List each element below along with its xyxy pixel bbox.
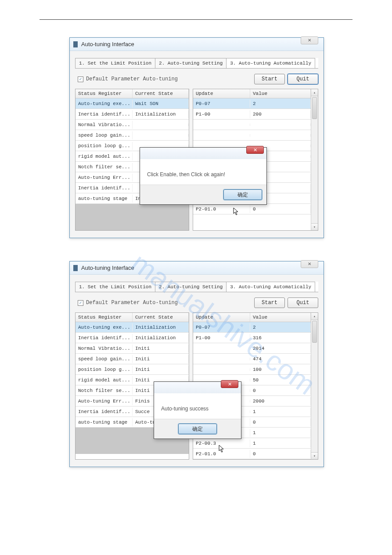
scroll-up-icon[interactable]: ▴ bbox=[311, 313, 318, 320]
checkbox-box[interactable]: ✓ bbox=[78, 300, 83, 306]
default-param-checkbox[interactable]: ✓ Default Parameter Auto-tuning bbox=[78, 76, 178, 82]
row-cell: rigid model aut... bbox=[76, 376, 133, 384]
window-title: Auto-tuning Interface bbox=[81, 265, 320, 271]
row-cell: Auto-tuning exe... bbox=[76, 100, 133, 108]
dialog-close-icon[interactable]: ✕ bbox=[246, 146, 264, 154]
quit-button[interactable]: Quit bbox=[288, 74, 318, 84]
scroll-thumb[interactable] bbox=[312, 321, 317, 343]
row-cell: P1-00 bbox=[193, 110, 250, 118]
scroll-up-icon[interactable]: ▴ bbox=[311, 89, 318, 96]
cursor-icon bbox=[233, 207, 239, 215]
row-cell: Auto-tuning Err... bbox=[76, 174, 133, 181]
start-button[interactable]: Start bbox=[254, 74, 285, 84]
table-row[interactable]: P0-072 bbox=[193, 98, 318, 109]
close-button[interactable]: ✕ bbox=[301, 260, 318, 268]
table-row[interactable]: Inertia identif...Initialization bbox=[76, 333, 189, 343]
state-col-header: Current State bbox=[133, 313, 189, 322]
row-cell: Wait SON bbox=[133, 100, 189, 108]
tab-auto-tuning-setting[interactable]: 2. Auto-tuning Setting bbox=[155, 58, 227, 68]
update-col-header: Update bbox=[193, 89, 250, 98]
row-cell: 200 bbox=[250, 110, 311, 118]
top-row: ✓ Default Parameter Auto-tuning Start Qu… bbox=[75, 74, 318, 84]
row-cell: rigid model aut... bbox=[76, 152, 133, 160]
app-icon bbox=[73, 265, 78, 271]
table-row[interactable]: Normal Vibratio...Initi bbox=[76, 343, 189, 354]
grid-filler bbox=[76, 204, 189, 230]
tab-auto-tuning-auto[interactable]: 3. Auto-tuning Automatically bbox=[226, 58, 315, 68]
row-cell: Notch filter se... bbox=[76, 387, 133, 395]
tab-auto-tuning-auto[interactable]: 3. Auto-tuning Automatically bbox=[226, 282, 315, 292]
quit-button[interactable]: Quit bbox=[288, 297, 318, 308]
row-cell bbox=[250, 123, 311, 126]
row-cell: Normal Vibratio... bbox=[76, 345, 133, 352]
page-divider bbox=[40, 19, 352, 20]
message-dialog-2: ✕ Auto-tuning success 确定 bbox=[154, 381, 241, 439]
dialog-title-bar[interactable]: ✕ bbox=[154, 382, 241, 393]
table-row[interactable]: Auto-tuning exe...Wait SON bbox=[76, 98, 189, 109]
row-cell: 1 bbox=[250, 408, 311, 416]
status-grid-header: Status Register Current State bbox=[76, 89, 189, 98]
window-title: Auto-tuning Interface bbox=[81, 41, 320, 47]
table-row[interactable] bbox=[193, 130, 318, 141]
table-row[interactable]: position loop g...Initi bbox=[76, 364, 189, 375]
scroll-thumb[interactable] bbox=[312, 97, 317, 119]
title-bar: Auto-tuning Interface bbox=[70, 38, 324, 51]
dialog-title-bar[interactable]: ✕ bbox=[140, 148, 266, 159]
table-row[interactable]: speed loop gain...Initi bbox=[76, 354, 189, 364]
row-cell bbox=[193, 145, 250, 147]
row-cell bbox=[193, 368, 250, 371]
table-row[interactable]: P2-01.00 bbox=[193, 449, 318, 459]
checkbox-box[interactable]: ✓ bbox=[78, 76, 83, 82]
row-cell bbox=[133, 123, 189, 126]
table-row[interactable]: P2-01.00 bbox=[193, 204, 318, 214]
table-row[interactable]: Auto-tuning exe...Initialization bbox=[76, 322, 189, 333]
dialog-ok-button[interactable]: 确定 bbox=[178, 424, 217, 434]
checkbox-label: Default Parameter Auto-tuning bbox=[86, 76, 178, 82]
row-cell: auto-tuning stage bbox=[76, 195, 133, 203]
row-cell: Inertia identif... bbox=[76, 334, 133, 342]
tab-strip: 1. Set the Limit Position 2. Auto-tuning… bbox=[75, 58, 318, 69]
row-cell: speed loop gain... bbox=[76, 355, 133, 363]
row-cell bbox=[133, 145, 189, 147]
row-cell: Auto-tuning Err... bbox=[76, 397, 133, 405]
table-row[interactable]: speed loop gain... bbox=[76, 130, 189, 141]
row-cell bbox=[133, 134, 189, 137]
row-cell: position loop g... bbox=[76, 142, 133, 150]
scrollbar[interactable]: ▴ ▾ bbox=[311, 89, 318, 230]
row-cell: Normal Vibratio... bbox=[76, 121, 133, 129]
status-col-header: Status Register bbox=[76, 313, 133, 322]
state-col-header: Current State bbox=[133, 89, 189, 98]
row-cell: 0 bbox=[250, 205, 311, 213]
row-cell: Auto-tuning exe... bbox=[76, 323, 133, 331]
row-cell bbox=[250, 134, 311, 137]
message-dialog-1: ✕ Click Enable, then Click ok again! 确定 bbox=[140, 147, 267, 205]
table-row[interactable]: Inertia identif...Initialization bbox=[76, 109, 189, 120]
tab-limit-position[interactable]: 1. Set the Limit Position bbox=[75, 58, 155, 68]
start-button[interactable]: Start bbox=[254, 297, 285, 308]
scroll-down-icon[interactable]: ▾ bbox=[311, 223, 318, 230]
row-cell: Inertia identif... bbox=[76, 408, 133, 416]
table-row[interactable]: Normal Vibratio... bbox=[76, 120, 189, 130]
row-cell: P2-01.0 bbox=[193, 205, 250, 213]
table-row[interactable] bbox=[193, 120, 318, 130]
table-row[interactable]: P1-00200 bbox=[193, 109, 318, 120]
content-area: 1. Set the Limit Position 2. Auto-tuning… bbox=[70, 51, 324, 238]
row-cell: Notch filter se... bbox=[76, 163, 133, 171]
default-param-checkbox[interactable]: ✓ Default Parameter Auto-tuning bbox=[78, 300, 178, 306]
row-cell: 1 bbox=[250, 429, 311, 437]
dialog-ok-button[interactable]: 确定 bbox=[223, 189, 262, 200]
dialog-message: Auto-tuning success bbox=[154, 393, 241, 419]
row-cell: 0 bbox=[250, 450, 311, 458]
table-row[interactable]: P2-00.31 bbox=[193, 438, 318, 449]
scroll-down-icon[interactable]: ▾ bbox=[311, 452, 318, 459]
status-col-header: Status Register bbox=[76, 89, 133, 98]
dialog-close-icon[interactable]: ✕ bbox=[221, 380, 238, 388]
row-cell bbox=[193, 134, 250, 137]
close-button[interactable]: ✕ bbox=[301, 36, 318, 44]
row-cell: Initi bbox=[133, 345, 189, 352]
row-cell: 2 bbox=[250, 100, 311, 108]
row-cell: position loop g... bbox=[76, 366, 133, 374]
status-grid-header: Status Register Current State bbox=[76, 313, 189, 322]
value-col-header: Value bbox=[250, 313, 311, 322]
row-cell: Inertia identif... bbox=[76, 110, 133, 118]
